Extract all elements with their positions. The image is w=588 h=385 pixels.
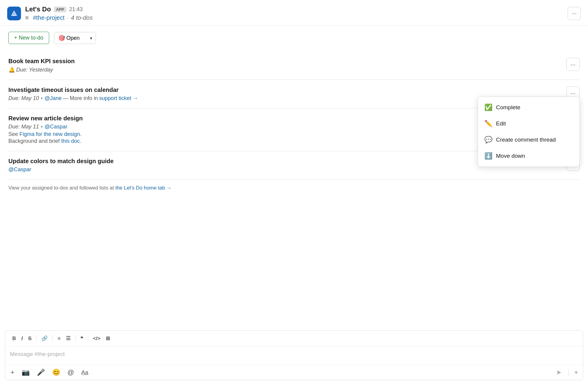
edit-icon: ✏️ <box>484 120 492 128</box>
video-button[interactable]: 📷 <box>20 367 31 378</box>
app-icon <box>7 7 21 20</box>
todo-3-see-text: See <box>8 131 19 137</box>
link-button[interactable]: 🔗 <box>39 334 50 343</box>
status-select-wrapper: 🎯 Open Completed All <box>54 32 96 44</box>
todo-4-assignee: @Caspar <box>8 166 31 173</box>
toolbar-divider-3 <box>75 335 76 342</box>
header-more-button[interactable]: ··· <box>568 7 581 20</box>
status-select[interactable]: 🎯 Open Completed All <box>54 32 96 44</box>
todo-2-link[interactable]: support ticket → <box>99 95 138 101</box>
header-meta: ≡ #the-project · 4 to-dos <box>25 14 93 21</box>
todo-1-meta: 🔔 Due: Yesterday <box>8 66 562 73</box>
editor-toolbar: B I S 🔗 ≡ ☰ ❝ </> ⊞ <box>5 331 583 347</box>
header-separator: · <box>67 14 69 21</box>
hamburger-icon: ≡ <box>25 14 29 21</box>
todo-3-doc-link[interactable]: this doc <box>61 138 80 144</box>
main-content: + New to-do 🎯 Open Completed All Book te… <box>0 26 588 200</box>
todo-1-actions: ··· <box>566 58 580 71</box>
complete-icon: ✅ <box>484 104 492 111</box>
menu-move-down-label: Move down <box>496 153 525 159</box>
message-editor: B I S 🔗 ≡ ☰ ❝ </> ⊞ Message #the-project… <box>5 330 583 380</box>
italic-button[interactable]: I <box>19 334 25 343</box>
todo-2-assignee: @Jane <box>44 95 61 101</box>
mention-button[interactable]: @ <box>66 367 75 378</box>
todo-2-extra: — More info in <box>63 95 98 101</box>
editor-bottom: + 📷 🎤 😊 @ Aa ➤ ▾ <box>5 365 583 380</box>
menu-edit-label: Edit <box>496 120 506 127</box>
move-down-icon: ⬇️ <box>484 152 492 160</box>
todo-2-due: Due: May 10 <box>8 95 39 101</box>
toolbar-divider-1 <box>36 335 37 342</box>
todo-1-more-button[interactable]: ··· <box>566 58 580 71</box>
todo-3-bullet: ▪ <box>41 124 43 130</box>
todo-1-title: Book team KPI session <box>8 58 562 65</box>
footer-text: View your assigned to-dos and followed l… <box>8 185 114 191</box>
audio-button[interactable]: 🎤 <box>36 367 46 378</box>
editor-body[interactable]: Message #the-project <box>5 347 583 365</box>
todo-3-bg-text: Background and brief <box>8 138 61 144</box>
todo-4-meta: @Caspar <box>8 166 562 173</box>
todo-list: Book team KPI session 🔔 Due: Yesterday ·… <box>8 51 580 180</box>
todo-1-due: Due: Yesterday <box>16 67 53 73</box>
code-button[interactable]: </> <box>91 334 103 343</box>
todos-count: 4 to-dos <box>71 14 93 21</box>
emoji-button[interactable]: 😊 <box>51 367 61 378</box>
attach-button[interactable]: + <box>9 367 16 378</box>
app-badge: APP <box>54 7 66 12</box>
todo-3-due: Due: May 11 <box>8 124 39 130</box>
format-button[interactable]: Aa <box>80 368 89 377</box>
todo-1-content: Book team KPI session 🔔 Due: Yesterday <box>8 58 562 73</box>
todo-1-due-emoji: 🔔 <box>8 66 15 73</box>
toolbar-divider-2 <box>52 335 53 342</box>
menu-complete-label: Complete <box>496 104 520 111</box>
editor-placeholder: Message #the-project <box>10 351 65 357</box>
todo-2-bullet: ▪ <box>41 95 43 101</box>
menu-comment-label: Create comment thread <box>496 137 556 143</box>
send-button[interactable]: ➤ <box>554 367 564 378</box>
todo-3-period1: . <box>80 131 82 137</box>
app-name: Let's Do <box>25 5 51 13</box>
todo-3-period2: . <box>80 138 81 144</box>
channel-link[interactable]: #the-project <box>33 14 65 21</box>
header-time: 21:43 <box>69 6 83 13</box>
ordered-list-button[interactable]: ≡ <box>55 334 63 343</box>
table-button[interactable]: ⊞ <box>103 334 112 343</box>
menu-item-edit[interactable]: ✏️ Edit <box>478 116 579 132</box>
header-meta-row: Let's Do APP 21:43 ≡ #the-project · 4 to… <box>25 5 93 21</box>
todo-item-1: Book team KPI session 🔔 Due: Yesterday ·… <box>8 51 580 80</box>
todo-3-figma-link[interactable]: Figma for the new design <box>19 131 80 137</box>
context-menu: ✅ Complete ✏️ Edit 💬 Create comment thre… <box>478 97 580 167</box>
footer-link: View your assigned to-dos and followed l… <box>8 180 580 194</box>
header-info: Let's Do APP 21:43 <box>25 5 93 13</box>
menu-item-create-comment[interactable]: 💬 Create comment thread <box>478 132 579 148</box>
footer-home-link[interactable]: the Let's Do home tab → <box>115 185 172 191</box>
menu-item-complete[interactable]: ✅ Complete <box>478 99 579 116</box>
todo-item-2: Investigate timeout issues on calendar D… <box>8 80 580 108</box>
header: Let's Do APP 21:43 ≡ #the-project · 4 to… <box>0 0 588 26</box>
new-todo-button[interactable]: + New to-do <box>8 32 49 44</box>
todo-2-title: Investigate timeout issues on calendar <box>8 87 562 93</box>
send-divider <box>569 369 569 376</box>
blockquote-button[interactable]: ❝ <box>78 334 85 343</box>
comment-icon: 💬 <box>484 136 492 144</box>
unordered-list-button[interactable]: ☰ <box>64 334 73 343</box>
strikethrough-button[interactable]: S <box>26 334 34 343</box>
todo-3-assignee: @Caspar <box>44 124 67 130</box>
toolbar-divider-4 <box>88 335 88 342</box>
toolbar: + New to-do 🎯 Open Completed All <box>8 32 580 44</box>
bold-button[interactable]: B <box>10 334 18 343</box>
menu-item-move-down[interactable]: ⬇️ Move down <box>478 148 579 164</box>
send-dropdown-button[interactable]: ▾ <box>574 368 579 377</box>
